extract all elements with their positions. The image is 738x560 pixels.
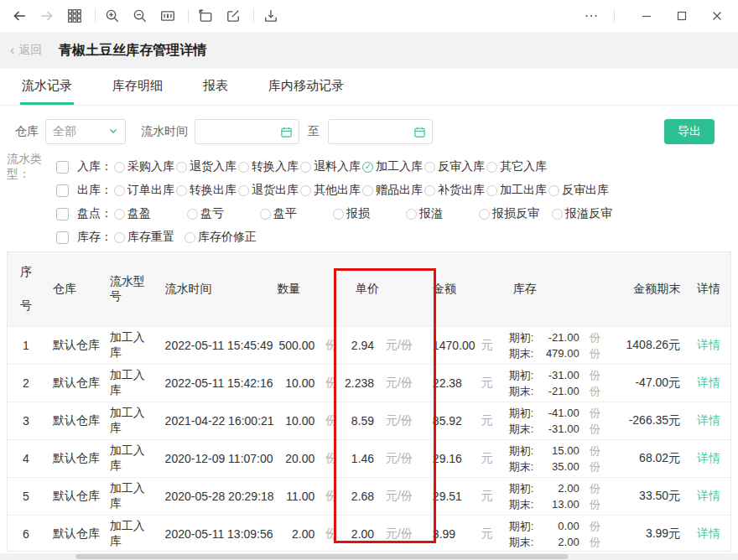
row-stock: 期初:-41.00份 期末:-31.00份 [503,405,625,437]
row-amount: 85.92元 [419,413,503,428]
flow-time-end-input[interactable] [328,119,433,144]
row-flow-type: 加工入库 [101,443,157,474]
forward-icon[interactable] [38,7,56,25]
detail-link[interactable]: 详情 [687,338,730,353]
warehouse-label: 仓库 [15,124,39,139]
stock-group-checkbox[interactable] [56,231,69,244]
table-header: 序号 仓库 流水型号 流水时间 数量 单价 金额 库存 金额期末 详情 [8,252,730,326]
flow-type-option[interactable]: 报损 [333,206,406,221]
flow-type-option[interactable]: 反审入库 [424,159,486,174]
tab-bar: 流水记录 库存明细 报表 库内移动记录 [0,69,738,106]
flow-type-option[interactable]: 反审出库 [548,183,611,198]
back-button[interactable]: ‹ 返回 [10,43,42,58]
flow-time-start-input[interactable] [195,119,299,144]
radio-unchecked-icon [114,162,125,173]
zoom-in-icon[interactable] [103,7,122,25]
scrollbar-thumb[interactable] [75,554,568,559]
tab-internal-moves[interactable]: 库内移动记录 [267,69,346,105]
table-row: 3 默认仓库 加工入库 2021-04-22 16:00:21 10.00份 8… [8,402,730,439]
flow-type-option[interactable]: 转换出库 [176,183,238,198]
tab-flow-records[interactable]: 流水记录 [20,69,74,105]
radio-unchecked-icon [424,162,435,173]
flow-type-option[interactable]: 补货出库 [424,183,486,198]
minimize-icon[interactable] [636,7,657,25]
zoom-out-icon[interactable] [131,7,149,25]
flow-type-option[interactable]: 盘平 [260,206,333,221]
row-warehouse: 默认仓库 [44,413,101,428]
radio-unchecked-icon [187,209,198,220]
col-header-flow-type: 流水型号 [101,252,157,326]
toolbar-separator [95,9,96,23]
row-amount-end: 1408.26元 [624,338,687,353]
calendar-icon [280,126,293,141]
flow-type-option[interactable]: 赠品出库 [362,183,424,198]
flow-type-option[interactable]: 退货出库 [238,183,300,198]
row-amount: 29.16元 [419,451,503,466]
detail-link[interactable]: 详情 [687,451,730,466]
radio-unchecked-icon [260,209,271,220]
row-warehouse: 默认仓库 [44,526,101,542]
detail-link[interactable]: 详情 [687,376,730,391]
in-group-label: 入库： [77,159,114,174]
flow-type-option[interactable]: 加工出库 [486,183,548,198]
flow-type-option[interactable]: 库存价修正 [184,230,257,245]
row-seq: 5 [8,490,44,503]
back-icon[interactable] [10,7,29,25]
radio-unchecked-icon [406,209,417,220]
flow-type-option[interactable]: 盘亏 [187,206,260,221]
row-stock: 期初:15.00份 期末:35.00份 [503,443,625,474]
row-stock: 期初:-31.00份 期末:-21.00份 [503,367,625,399]
flow-type-option[interactable]: 转换入库 [238,159,300,174]
flow-type-option-checked[interactable]: 加工入库 [362,159,424,174]
flow-type-option[interactable]: 订单出库 [114,183,176,198]
export-button[interactable]: 导出 [664,119,715,144]
stock-group-label: 库存： [77,230,114,245]
col-header-seq: 序号 [8,252,44,326]
table-row: 6 默认仓库 加工入库 2020-05-11 13:09:56 2.00份 2.… [8,515,730,552]
flow-type-option[interactable]: 采购入库 [114,159,176,174]
flow-type-option[interactable]: 报溢 [406,206,479,221]
detail-link[interactable]: 详情 [687,413,730,428]
radio-unchecked-icon [114,209,125,220]
flow-type-option[interactable]: 退货入库 [176,159,238,174]
detail-link[interactable]: 详情 [687,489,730,504]
flow-type-option[interactable]: 报溢反审 [552,206,625,221]
row-amount: 1470.00元 [419,338,503,353]
in-group-checkbox[interactable] [56,161,69,174]
radio-unchecked-icon [300,162,311,173]
download-icon[interactable] [262,7,280,25]
warehouse-select[interactable]: 全部 [45,119,126,144]
horizontal-scrollbar[interactable] [0,553,738,560]
row-price: 8.59元/份 [342,413,419,428]
row-flow-type: 加工入库 [101,368,157,398]
flow-type-option[interactable]: 库存重置 [114,230,184,245]
row-flow-time: 2022-05-11 15:45:49 [157,339,278,352]
snip-icon[interactable] [196,7,215,25]
col-header-warehouse: 仓库 [44,252,101,326]
radio-unchecked-icon [486,185,497,196]
stocktake-group-checkbox[interactable] [56,208,69,220]
flow-type-option[interactable]: 其它入库 [486,159,548,174]
detail-link[interactable]: 详情 [687,526,730,542]
apps-grid-icon[interactable] [65,7,84,25]
row-flow-type: 加工入库 [101,519,157,549]
flow-type-option[interactable]: 其他出库 [300,183,362,198]
radio-unchecked-icon [552,209,563,220]
tab-stock-detail[interactable]: 库存明细 [111,69,164,105]
tab-report[interactable]: 报表 [201,69,230,105]
col-header-amount: 金额 [419,252,503,326]
flow-type-option[interactable]: 退料入库 [300,159,362,174]
row-stock: 期初:0.00份 期末:2.00份 [503,518,625,550]
close-icon[interactable] [706,7,728,25]
row-qty: 20.00份 [277,451,342,466]
stocktake-group-label: 盘点： [77,206,114,221]
edit-icon[interactable] [224,7,242,25]
radio-unchecked-icon [176,185,187,196]
maximize-icon[interactable] [671,7,693,25]
radio-unchecked-icon [479,209,490,220]
flow-type-option[interactable]: 报损反审 [479,206,552,221]
more-menu-icon[interactable] [580,7,602,25]
out-group-checkbox[interactable] [56,184,69,197]
actual-size-icon[interactable] [159,7,177,25]
flow-type-option[interactable]: 盘盈 [114,206,187,221]
